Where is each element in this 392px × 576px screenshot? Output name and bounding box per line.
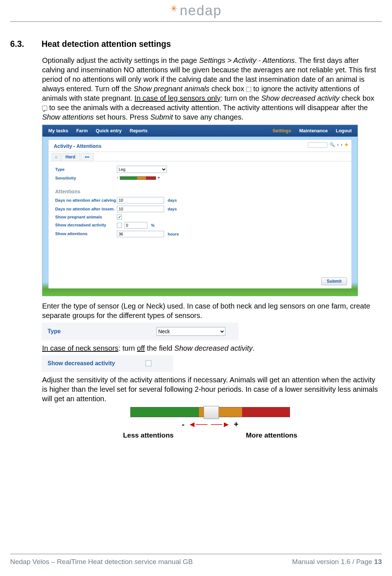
- slider-thumb[interactable]: [204, 406, 219, 419]
- menu-reports[interactable]: Reports: [130, 128, 147, 134]
- caption-less: Less attentions: [123, 431, 173, 440]
- search-input[interactable]: [308, 142, 327, 148]
- submit-button[interactable]: Submit: [321, 277, 347, 285]
- type-field-shot: Type Neck: [42, 323, 238, 340]
- menu-farm[interactable]: Farm: [76, 128, 88, 134]
- sensitivity-slider-large: - ◄── ──► +: [130, 407, 290, 430]
- slider-track[interactable]: [120, 176, 156, 180]
- arrow-left-icon: ◄──: [188, 419, 207, 430]
- app-menubar: My tasks Farm Quick entry Reports Settin…: [42, 125, 358, 137]
- checkbox-sda-2[interactable]: [146, 360, 151, 366]
- slider-track-large[interactable]: [130, 407, 290, 417]
- input-days-calving[interactable]: [117, 197, 164, 204]
- input-days-insem[interactable]: [117, 206, 164, 212]
- section-number: 6.3.: [10, 39, 24, 49]
- menu-logout[interactable]: Logout: [336, 128, 352, 134]
- label-sensitivity: Sensitivity: [55, 176, 117, 181]
- star-icon: ✳: [170, 4, 177, 14]
- checkbox-checked-icon: [42, 106, 47, 111]
- label-show-decreased: Show decreadsed activity: [55, 222, 117, 228]
- label-days-calving: Days no attention after calving: [55, 198, 117, 203]
- select-type-2[interactable]: Neck: [156, 327, 225, 336]
- card-tools: 🔍 ‹ › ★: [308, 142, 348, 148]
- input-show-decreased[interactable]: [124, 222, 147, 229]
- app-screenshot: My tasks Farm Quick entry Reports Settin…: [42, 125, 358, 296]
- slider-caption: Less attentions More attentions: [123, 431, 297, 440]
- header-rule: [10, 21, 382, 22]
- card-title: Activity - Attentions 🔍 ‹ › ★: [49, 140, 351, 152]
- checkbox-show-decreased[interactable]: [117, 223, 122, 228]
- page-footer: Nedap Velos – RealTime Heat detection se…: [10, 554, 382, 566]
- brand-logo: ✳ nedap: [170, 3, 222, 19]
- section-title: Heat detection attention settings: [41, 39, 171, 49]
- label-type: Type: [55, 167, 117, 172]
- next-icon[interactable]: ›: [341, 142, 342, 148]
- sensitivity-slider[interactable]: - +: [117, 175, 160, 181]
- menu-maintenance[interactable]: Maintenance: [299, 128, 328, 134]
- brand-name: nedap: [180, 3, 222, 19]
- label-show-pregnant: Show pregnant animals: [55, 214, 117, 220]
- tab-home[interactable]: ⌂: [52, 153, 61, 161]
- menu-quick-entry[interactable]: Quick entry: [96, 128, 122, 134]
- tab-more[interactable]: •••: [81, 153, 94, 161]
- favorite-icon[interactable]: ★: [344, 142, 348, 148]
- label-sda-2: Show decreased activity: [48, 360, 146, 367]
- paragraph-2: Enter the type of sensor (Leg or Neck) u…: [42, 301, 378, 320]
- select-type[interactable]: Leg: [117, 166, 167, 173]
- checkbox-show-pregnant[interactable]: [117, 214, 122, 219]
- menu-my-tasks[interactable]: My tasks: [48, 128, 68, 134]
- label-type-2: Type: [48, 328, 156, 335]
- settings-card: Activity - Attentions 🔍 ‹ › ★ ⌂ Herd •••…: [48, 140, 352, 289]
- section-heading: 6.3. Heat detection attention settings: [10, 39, 382, 49]
- neck-note: In case of neck sensors: turn off the fi…: [42, 343, 378, 353]
- checkbox-icon: [246, 87, 251, 92]
- arrow-right-icon: ──►: [211, 419, 230, 430]
- breadcrumb-tabs: ⌂ Herd •••: [49, 152, 351, 161]
- search-icon[interactable]: 🔍: [330, 142, 335, 148]
- footer-right: Manual version 1.6 / Page 13: [292, 558, 382, 566]
- menu-settings[interactable]: Settings: [273, 128, 291, 134]
- prev-icon[interactable]: ‹: [337, 142, 339, 148]
- tab-herd[interactable]: Herd: [61, 153, 80, 161]
- paragraph-1: Optionally adjust the activity settings …: [42, 56, 378, 122]
- label-show-attn: Show attentions: [55, 231, 117, 237]
- label-days-insem: Days no attention after insem.: [55, 206, 117, 212]
- attentions-heading: Attentions: [49, 188, 351, 195]
- paragraph-3: Adjust the sensitivity of the activity a…: [42, 375, 378, 403]
- caption-more: More attentions: [246, 431, 297, 440]
- form-area: Type Leg Sensitivity - +: [49, 161, 351, 185]
- sda-field-shot: Show decreased activity: [42, 356, 173, 371]
- footer-left: Nedap Velos – RealTime Heat detection se…: [10, 558, 193, 566]
- page-header: ✳ nedap: [10, 0, 382, 21]
- input-show-attn[interactable]: [117, 231, 164, 237]
